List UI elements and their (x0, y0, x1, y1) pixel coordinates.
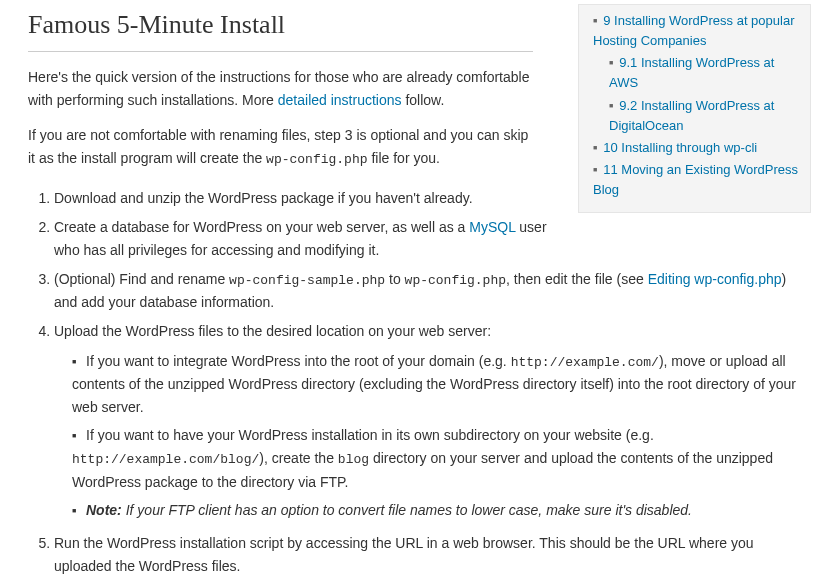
toc-item: ■11 Moving an Existing WordPress Blog (587, 160, 800, 200)
toc-link[interactable]: 9.2 Installing WordPress at DigitalOcean (609, 98, 774, 133)
bullet-icon: ■ (72, 505, 78, 517)
list-item: ■If you want to have your WordPress inst… (72, 424, 811, 494)
code-url: http://example.com/blog/ (72, 452, 259, 467)
page-title: Famous 5-Minute Install (28, 4, 533, 52)
toc-link[interactable]: 11 Moving an Existing WordPress Blog (593, 162, 798, 197)
code-sample: wp-config-sample.php (229, 273, 385, 288)
toc-list: ■9 Installing WordPress at popular Hosti… (587, 11, 800, 200)
editing-wp-config-link[interactable]: Editing wp-config.php (648, 271, 782, 287)
code-wp-config: wp-config.php (266, 152, 367, 167)
detailed-instructions-link[interactable]: detailed instructions (278, 92, 402, 108)
bullet-icon: ■ (72, 356, 78, 368)
code-config: wp-config.php (405, 273, 506, 288)
bullet-icon: ■ (593, 144, 597, 151)
intro-paragraph: Here's the quick version of the instruct… (28, 66, 533, 112)
bullet-icon: ■ (593, 166, 597, 173)
toc-link[interactable]: 9.1 Installing WordPress at AWS (609, 55, 774, 90)
step-4-sublist: ■If you want to integrate WordPress into… (54, 350, 811, 522)
bullet-icon: ■ (609, 102, 613, 109)
step-5-lead: Run the WordPress installation script by… (54, 535, 754, 574)
toc-sidebar: ■9 Installing WordPress at popular Hosti… (578, 4, 811, 213)
step-4: Upload the WordPress files to the desire… (54, 320, 811, 521)
step-3: (Optional) Find and rename wp-config-sam… (54, 268, 811, 315)
note-body: If your FTP client has an option to conv… (122, 502, 692, 518)
toc-item: ■9 Installing WordPress at popular Hosti… (587, 11, 800, 51)
bullet-icon: ■ (609, 59, 613, 66)
code-url: http://example.com/ (511, 355, 659, 370)
comfort-paragraph: If you are not comfortable with renaming… (28, 124, 533, 171)
step-2: Create a database for WordPress on your … (54, 216, 811, 262)
mysql-link[interactable]: MySQL (469, 219, 515, 235)
code-dir: blog (338, 452, 369, 467)
list-item: ■If you want to integrate WordPress into… (72, 350, 811, 420)
step-5: Run the WordPress installation script by… (54, 532, 811, 581)
bullet-icon: ■ (593, 17, 597, 24)
install-steps: Download and unzip the WordPress package… (28, 187, 811, 581)
toc-item: ■10 Installing through wp-cli (587, 138, 800, 158)
toc-link[interactable]: 10 Installing through wp-cli (603, 140, 757, 155)
list-item-note: ■Note: If your FTP client has an option … (72, 499, 811, 522)
toc-link[interactable]: 9 Installing WordPress at popular Hostin… (593, 13, 794, 48)
toc-item: ■9.2 Installing WordPress at DigitalOcea… (587, 96, 800, 136)
bullet-icon: ■ (72, 430, 78, 442)
note-label: Note: (86, 502, 122, 518)
step-4-lead: Upload the WordPress files to the desire… (54, 323, 491, 339)
toc-item: ■9.1 Installing WordPress at AWS (587, 53, 800, 93)
